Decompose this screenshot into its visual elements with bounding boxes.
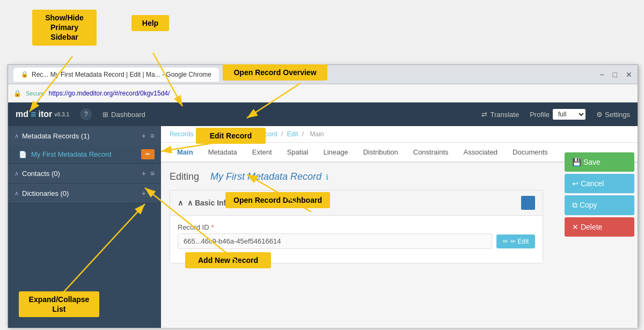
editing-record-name: My First Metadata Record bbox=[210, 171, 321, 182]
add-contact-button[interactable]: + bbox=[142, 169, 146, 178]
tab-title: Rec... My First Metadata Record | Edit |… bbox=[32, 71, 211, 78]
breadcrumb-main: Main bbox=[310, 130, 324, 138]
help-button[interactable]: ? bbox=[80, 108, 92, 120]
pencil-icon: ✏ bbox=[503, 238, 508, 245]
tab-associated[interactable]: Associated bbox=[456, 143, 506, 163]
secure-label: Secure bbox=[26, 90, 45, 97]
tab-constraints[interactable]: Constraints bbox=[406, 143, 456, 163]
collapse-caret-contacts: ∧ bbox=[14, 170, 19, 177]
record-edit-button[interactable]: ✏ bbox=[141, 149, 155, 159]
dashboard-icon: ⊞ bbox=[103, 111, 108, 119]
contacts-section: ∧ Contacts (0) + ≡ bbox=[8, 164, 161, 184]
breadcrumb-edit[interactable]: Edit bbox=[287, 130, 298, 138]
section-title: ∧ Basic Info bbox=[187, 199, 231, 207]
list-metadata-button[interactable]: ≡ bbox=[150, 131, 155, 140]
collapse-caret-metadata: ∧ bbox=[14, 133, 19, 140]
save-button[interactable]: 💾 Save bbox=[565, 152, 634, 172]
add-metadata-button[interactable]: + bbox=[142, 131, 146, 140]
metadata-record-item[interactable]: 📄 My First Metadata Record ✏ bbox=[8, 145, 161, 163]
annotation-expand-collapse: Expand/Collapse List bbox=[19, 291, 99, 317]
dictionaries-section-title: Dictionaries (0) bbox=[22, 189, 142, 197]
section-caret: ∧ bbox=[178, 199, 183, 207]
maximize-button[interactable]: □ bbox=[613, 70, 617, 79]
annotation-add-new-record: Add New Record bbox=[185, 252, 271, 268]
metadata-section-title: Metadata Records (1) bbox=[22, 132, 142, 140]
translate-button[interactable]: ⇄ Translate bbox=[481, 111, 519, 119]
tab-lineage[interactable]: Lineage bbox=[316, 143, 355, 163]
gear-icon: ⚙ bbox=[596, 111, 603, 119]
info-icon[interactable]: ℹ bbox=[326, 173, 328, 181]
dashboard-link[interactable]: ⊞ Dashboard bbox=[103, 111, 145, 119]
dictionaries-section: ∧ Dictionaries (0) + ≡ bbox=[8, 184, 161, 203]
metadata-records-header[interactable]: ∧ Metadata Records (1) + ≡ bbox=[8, 126, 161, 145]
tab-documents[interactable]: Documents bbox=[505, 143, 555, 163]
copy-button[interactable]: ⧉ Copy bbox=[565, 195, 634, 215]
tab-main[interactable]: Main bbox=[170, 143, 201, 163]
annotation-show-hide-sidebar: Show/HidePrimarySidebar bbox=[32, 10, 97, 46]
editing-prefix: Editing bbox=[170, 171, 199, 182]
chrome-tab: 🔒 Rec... My First Metadata Record | Edit… bbox=[13, 68, 219, 82]
contacts-actions: + ≡ bbox=[142, 169, 155, 178]
section-toggle[interactable] bbox=[521, 196, 535, 210]
record-id-edit-button[interactable]: ✏ ✏ Edit bbox=[496, 234, 535, 248]
doc-icon: 📄 bbox=[19, 151, 27, 158]
tab-extent[interactable]: Extent bbox=[245, 143, 280, 163]
annotation-edit-record: Edit Record bbox=[196, 128, 266, 144]
delete-button[interactable]: ✕ Delete bbox=[565, 217, 634, 237]
annotation-open-record-dashboard: Open Record Dashboard bbox=[225, 192, 330, 208]
record-id-control-row: ✏ ✏ Edit bbox=[178, 233, 535, 249]
dictionaries-header[interactable]: ∧ Dictionaries (0) + ≡ bbox=[8, 184, 161, 203]
logo-text2: itor bbox=[39, 109, 53, 119]
url-display[interactable]: https://go.mdeditor.org/#/record/0kgv15d… bbox=[49, 90, 170, 97]
contacts-header[interactable]: ∧ Contacts (0) + ≡ bbox=[8, 164, 161, 183]
settings-button[interactable]: ⚙ Settings bbox=[596, 111, 630, 119]
version-badge: v0.3.1 bbox=[54, 112, 69, 118]
record-id-group: Record ID * ✏ ✏ Edit bbox=[178, 223, 535, 249]
logo-text: md bbox=[16, 109, 28, 119]
tab-spatial[interactable]: Spatial bbox=[280, 143, 316, 163]
annotation-help: Help bbox=[131, 15, 169, 31]
contacts-section-title: Contacts (0) bbox=[22, 170, 142, 178]
lock-icon: 🔒 bbox=[13, 90, 21, 97]
chrome-controls[interactable]: − □ ✕ bbox=[599, 70, 632, 79]
action-buttons: 💾 Save ↩ Cancel ⧉ Copy ✕ Delete bbox=[565, 152, 634, 237]
main-layout: ∧ Metadata Records (1) + ≡ 📄 My First Me… bbox=[8, 126, 638, 328]
collapse-caret-dict: ∧ bbox=[14, 190, 19, 197]
required-indicator: * bbox=[211, 223, 214, 231]
add-dict-button[interactable]: + bbox=[142, 189, 146, 197]
metadata-records-section: ∧ Metadata Records (1) + ≡ 📄 My First Me… bbox=[8, 126, 161, 164]
dict-actions: + ≡ bbox=[142, 189, 155, 197]
translate-icon: ⇄ bbox=[481, 111, 487, 119]
app-logo: md ≡ itor v0.3.1 bbox=[16, 109, 69, 120]
cancel-button[interactable]: ↩ Cancel bbox=[565, 174, 634, 193]
record-name-label: My First Metadata Record bbox=[31, 150, 141, 158]
list-contact-button[interactable]: ≡ bbox=[150, 169, 155, 178]
annotation-open-record-overview: Open Record Overview bbox=[223, 64, 327, 80]
profile-control: Profile full basic bbox=[530, 109, 586, 120]
metadata-actions: + ≡ bbox=[142, 131, 155, 140]
top-nav: md ≡ itor v0.3.1 ? ⊞ Dashboard ⇄ Transla… bbox=[8, 102, 638, 126]
minimize-button[interactable]: − bbox=[599, 70, 604, 79]
profile-select[interactable]: full basic bbox=[553, 109, 586, 120]
editing-title: Editing My First Metadata Record ℹ bbox=[170, 171, 629, 182]
close-button[interactable]: ✕ bbox=[626, 70, 632, 79]
list-dict-button[interactable]: ≡ bbox=[150, 189, 155, 197]
logo-icon: ≡ bbox=[31, 109, 36, 120]
breadcrumb-records[interactable]: Records bbox=[170, 130, 194, 138]
tab-distribution[interactable]: Distribution bbox=[356, 143, 406, 163]
app-container: md ≡ itor v0.3.1 ? ⊞ Dashboard ⇄ Transla… bbox=[8, 102, 638, 328]
record-id-input[interactable] bbox=[178, 233, 492, 249]
tab-metadata[interactable]: Metadata bbox=[201, 143, 245, 163]
record-id-label: Record ID * bbox=[178, 223, 535, 231]
chrome-addressbar: 🔒 Secure https://go.mdeditor.org/#/recor… bbox=[8, 84, 638, 102]
